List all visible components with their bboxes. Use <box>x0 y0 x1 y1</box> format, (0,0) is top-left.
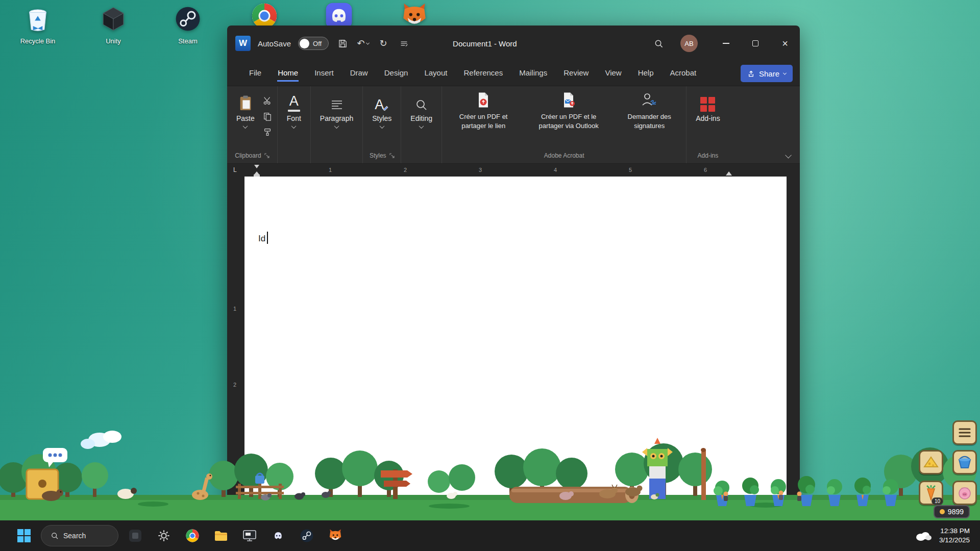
ribbon-tab-bar: File Home Insert Draw Design Layout Refe… <box>227 61 800 86</box>
task-view-button[interactable] <box>124 524 147 547</box>
styles-group-label: Styles <box>370 152 386 159</box>
styles-button[interactable]: A Styles <box>367 90 397 131</box>
pig-icon <box>958 486 972 499</box>
tab-file[interactable]: File <box>249 66 262 82</box>
giraffe <box>192 473 212 500</box>
autosave-label: AutoSave <box>258 39 291 48</box>
game-carrot-button[interactable]: 10 <box>919 481 943 505</box>
recycle-bin-icon <box>23 4 53 34</box>
tab-selector[interactable]: L <box>233 166 237 173</box>
chrome-button[interactable] <box>181 524 204 547</box>
snipping-tool-button[interactable] <box>238 524 261 547</box>
desktop-icon-recycle-bin[interactable]: Recycle Bin <box>11 4 64 45</box>
game-pig-button[interactable] <box>952 481 977 505</box>
addins-button[interactable]: Add-ins <box>691 90 725 124</box>
yellow-structure <box>27 448 67 499</box>
game-cheese-button[interactable] <box>919 450 943 474</box>
tab-help[interactable]: Help <box>638 66 654 82</box>
styles-group: A Styles Styles <box>363 86 401 163</box>
autosave-toggle[interactable]: Off <box>298 37 329 50</box>
taskbar-search-box[interactable]: Search <box>41 525 118 546</box>
save-button[interactable] <box>336 37 349 50</box>
tab-acrobat[interactable]: Acrobat <box>670 66 697 82</box>
desktop-icon-steam[interactable]: Steam <box>161 4 214 45</box>
horizontal-ruler[interactable]: L 1 2 3 4 5 6 <box>227 163 800 177</box>
discord-button[interactable] <box>266 524 290 547</box>
font-button[interactable]: A Font <box>282 90 306 131</box>
styles-dialog-launcher[interactable] <box>389 153 395 158</box>
addins-group-label: Add-ins <box>698 152 719 159</box>
pdf-share-icon <box>476 91 491 109</box>
steam-button[interactable] <box>295 524 318 547</box>
create-pdf-share-link-button[interactable]: Créer un PDF et partager le lien <box>446 90 521 131</box>
steam-icon <box>299 528 314 543</box>
minimize-button[interactable] <box>711 26 741 61</box>
paragraph-icon <box>330 92 344 112</box>
vertical-ruler[interactable]: 1 2 <box>227 177 244 520</box>
tab-mailings[interactable]: Mailings <box>519 66 548 82</box>
font-group: A Font <box>278 86 311 163</box>
desktop-icon-unity[interactable]: Unity <box>87 4 140 45</box>
word-titlebar: W AutoSave Off ↶ ↻ <box>227 26 800 61</box>
share-button[interactable]: Share <box>741 65 793 82</box>
request-signatures-button[interactable]: Demander des signatures <box>617 90 682 131</box>
paste-button[interactable]: Paste <box>231 90 260 131</box>
start-button[interactable] <box>12 524 36 547</box>
clipboard-dialog-launcher[interactable] <box>264 153 270 158</box>
addins-group: Add-ins Add-ins <box>687 86 729 163</box>
weather-cloud-icon[interactable] <box>915 530 932 541</box>
create-pdf-share-outlook-button[interactable]: Créer un PDF et le partager via Outlook <box>526 90 611 131</box>
fox-app-button[interactable] <box>324 524 347 547</box>
taskbar: Search <box>0 520 980 551</box>
tab-draw[interactable]: Draw <box>350 66 369 82</box>
paragraph-group: Paragraph <box>311 86 363 163</box>
tab-references[interactable]: References <box>463 66 503 82</box>
settings-button[interactable] <box>152 524 176 547</box>
maximize-button[interactable] <box>741 26 770 61</box>
pdf-outlook-icon <box>561 91 576 109</box>
account-avatar[interactable]: AB <box>680 35 698 52</box>
chrome-icon <box>185 528 200 543</box>
file-explorer-button[interactable] <box>209 524 233 547</box>
hamburger-icon <box>959 428 971 438</box>
desktop-icon-label: Unity <box>106 37 121 45</box>
redo-button[interactable]: ↻ <box>377 37 390 50</box>
document-area: 1 2 Id <box>227 177 800 520</box>
editing-button[interactable]: Editing <box>405 90 437 131</box>
adobe-acrobat-group: Créer un PDF et partager le lien Créer u… <box>442 86 687 163</box>
ruler-number: 6 <box>704 167 707 173</box>
bucket-icon <box>958 455 972 469</box>
game-menu-button[interactable] <box>952 420 977 445</box>
undo-button[interactable]: ↶ <box>356 37 370 50</box>
tab-design[interactable]: Design <box>384 66 409 82</box>
right-indent-marker[interactable] <box>726 168 732 176</box>
tab-layout[interactable]: Layout <box>424 66 448 82</box>
taskbar-clock[interactable]: 12:38 PM 3/12/2025 <box>939 527 970 545</box>
paragraph-button[interactable]: Paragraph <box>315 90 358 131</box>
tab-view[interactable]: View <box>604 66 622 82</box>
word-app-icon: W <box>235 36 251 51</box>
format-painter-button[interactable] <box>262 127 273 137</box>
tab-home[interactable]: Home <box>277 66 299 82</box>
search-icon[interactable] <box>652 37 665 50</box>
document-page[interactable]: Id <box>244 177 787 520</box>
cheese-icon <box>923 456 939 469</box>
tab-insert[interactable]: Insert <box>314 66 334 82</box>
copy-button[interactable] <box>262 111 273 121</box>
styles-icon: A <box>375 92 389 112</box>
cut-button[interactable] <box>262 95 273 106</box>
close-button[interactable]: × <box>770 26 800 61</box>
clock-date: 3/12/2025 <box>939 536 970 545</box>
clipboard-group: Paste <box>227 86 278 163</box>
desktop-icon-label: Steam <box>178 37 198 45</box>
collapse-ribbon-button[interactable] <box>785 152 792 159</box>
game-bucket-button[interactable] <box>952 450 977 474</box>
clock-time: 12:38 PM <box>939 527 970 536</box>
tab-review[interactable]: Review <box>563 66 589 82</box>
share-icon <box>747 70 755 78</box>
autosave-state: Off <box>313 40 322 47</box>
game-currency-badge: 9899 <box>934 505 970 518</box>
display-icon <box>242 528 257 543</box>
customize-toolbar-button[interactable] <box>397 37 410 50</box>
left-indent-marker[interactable] <box>253 165 260 177</box>
